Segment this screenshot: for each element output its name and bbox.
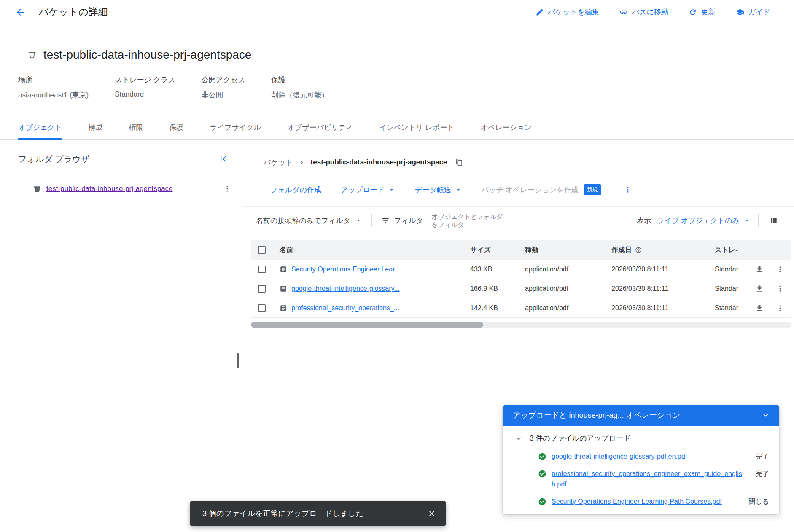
upload-button[interactable]: アップロード (341, 185, 396, 195)
caret-down-icon (355, 217, 362, 224)
horizontal-scrollbar[interactable] (251, 322, 791, 328)
refresh-icon (689, 8, 697, 16)
bucket-filled-icon (33, 185, 41, 193)
row-menu-button[interactable] (773, 262, 787, 277)
uploaded-file-link[interactable]: professional_security_operations_enginee… (552, 468, 744, 489)
new-badge: 新規 (584, 184, 601, 195)
create-folder-button[interactable]: フォルダの作成 (270, 185, 321, 195)
toast-close-button[interactable] (423, 505, 440, 522)
prefix-filter-dropdown[interactable]: 名前の接頭辞のみでフィルタ (256, 216, 362, 226)
check-circle-icon (538, 470, 546, 478)
tab-configuration[interactable]: 構成 (88, 117, 102, 140)
kebab-menu-icon (776, 304, 784, 312)
tree-item-bucket-root[interactable]: test-public-data-inhouse-prj-agentspace (0, 179, 243, 199)
upload-panel-title: アップロードと inhouse-prj-ag... オペレーション (513, 410, 680, 420)
filter-button[interactable]: フィルタ (381, 216, 423, 226)
toolbar-menu-button[interactable] (621, 183, 635, 197)
meta-value: Standard (115, 90, 175, 99)
copy-icon (455, 159, 463, 166)
upload-group-toggle[interactable]: 3 件のファイルのアップロード (503, 432, 779, 449)
display-mode-dropdown[interactable]: ライブ オブジェクトのみ (657, 216, 751, 226)
filter-label: フィルタ (394, 216, 423, 226)
select-all-checkbox[interactable] (258, 246, 266, 254)
header-size: サイズ (470, 246, 525, 255)
guide-button[interactable]: ガイド (736, 7, 770, 17)
refresh-button[interactable]: 更新 (689, 7, 716, 17)
page-title: バケットの詳細 (39, 5, 108, 19)
row-menu-button[interactable] (773, 282, 787, 296)
tab-operations[interactable]: オペレーション (481, 117, 532, 140)
close-file-button[interactable]: 閉じる (748, 496, 769, 507)
display-label: 表示 (637, 216, 651, 226)
collapse-upload-panel-button[interactable] (758, 408, 773, 423)
collapse-panel-button[interactable] (215, 151, 230, 167)
download-button[interactable] (752, 301, 767, 316)
upload-panel-header[interactable]: アップロードと inhouse-prj-ag... オペレーション (503, 405, 779, 426)
header-created-label: 作成日 (611, 246, 632, 255)
copy-name-button[interactable] (452, 156, 466, 169)
data-transfer-button[interactable]: データ転送 (415, 185, 462, 195)
uploaded-file-link[interactable]: google-threat-intelligence-glossary-pdf.… (552, 451, 744, 462)
bucket-header: test-public-data-inhouse-prj-agentspace … (0, 24, 794, 100)
refresh-label: 更新 (701, 7, 716, 17)
upload-file-row: Security Operations Engineer Learning Pa… (503, 494, 779, 511)
help-icon[interactable] (635, 247, 642, 253)
upload-status: 完了 (756, 451, 769, 462)
object-link[interactable]: Security Operations Engineer Lear... (291, 266, 400, 273)
caret-down-icon (743, 217, 751, 224)
breadcrumb: バケット test-public-data-inhouse-prj-agents… (243, 140, 794, 169)
edit-bucket-label: バケットを編集 (548, 7, 599, 17)
bucket-meta: 場所 asia-northeast1 (東京) ストレージ クラス Standa… (18, 75, 776, 100)
topbar-actions: バケットを編集 パスに移動 更新 ガイド (536, 7, 794, 17)
tab-inventory-reports[interactable]: インベントリ レポート (379, 117, 454, 140)
row-menu-button[interactable] (773, 301, 787, 315)
tab-objects[interactable]: オブジェクト (18, 117, 62, 140)
toast-message: 3 個のファイルを正常にアップロードしました (202, 508, 363, 519)
kebab-menu-icon (776, 285, 784, 293)
objects-table: 名前 サイズ 種類 作成日 ストレ- Security Operati (251, 240, 791, 318)
object-created: 2026/03/30 8:11:11 (611, 266, 715, 273)
row-checkbox[interactable] (258, 304, 266, 312)
meta-label: ストレージ クラス (115, 75, 175, 85)
filter-bar: 名前の接頭辞のみでフィルタ フィルタ オブジェクトとフォルダ をフィルタ 表示 … (243, 206, 794, 234)
meta-value: asia-northeast1 (東京) (18, 90, 89, 100)
tab-observability[interactable]: オブザーバビリティ (287, 117, 353, 140)
uploaded-file-link[interactable]: Security Operations Engineer Learning Pa… (552, 496, 737, 507)
panel-resize-handle[interactable] (237, 353, 239, 368)
edit-bucket-button[interactable]: バケットを編集 (536, 7, 599, 17)
object-name-cell: Security Operations Engineer Lear... (273, 266, 470, 273)
bucket-details-page: バケットの詳細 バケットを編集 パスに移動 更新 ガイド test-publ (0, 0, 794, 532)
create-batch-operation-button[interactable]: バッチ オペレーションを作成 (482, 185, 579, 195)
object-size: 166.9 KB (470, 285, 525, 293)
filter-icon (381, 216, 390, 225)
breadcrumb-current: test-public-data-inhouse-prj-agentspace (311, 158, 447, 167)
object-link[interactable]: google-threat-intelligence-glossary... (291, 285, 400, 293)
row-checkbox[interactable] (258, 285, 266, 293)
column-settings-button[interactable] (766, 213, 781, 228)
download-button[interactable] (752, 281, 767, 296)
tree-item-link[interactable]: test-public-data-inhouse-prj-agentspace (46, 185, 173, 193)
download-button[interactable] (752, 262, 767, 277)
breadcrumb-buckets-link[interactable]: バケット (264, 158, 293, 167)
tab-protection[interactable]: 保護 (169, 117, 183, 140)
tree-item-menu-button[interactable] (220, 182, 234, 196)
table-header-row: 名前 サイズ 種類 作成日 ストレ- (251, 240, 791, 260)
object-link[interactable]: professional_security_operations_... (291, 304, 399, 312)
scrollbar-thumb[interactable] (251, 322, 483, 328)
tab-lifecycle[interactable]: ライフサイクル (210, 117, 261, 140)
back-button[interactable] (12, 4, 29, 21)
bucket-name-row: test-public-data-inhouse-prj-agentspace (18, 48, 776, 62)
caret-down-icon (388, 186, 396, 193)
bucket-name: test-public-data-inhouse-prj-agentspace (43, 48, 251, 62)
row-checkbox-cell (251, 304, 273, 312)
chevron-down-icon (761, 411, 770, 420)
upload-file-row: professional_security_operations_enginee… (503, 466, 779, 494)
row-checkbox[interactable] (258, 266, 266, 273)
goto-path-button[interactable]: パスに移動 (619, 7, 668, 17)
tab-permissions[interactable]: 権限 (129, 117, 143, 140)
divider (371, 214, 372, 227)
document-icon (280, 304, 287, 312)
download-icon (755, 285, 764, 293)
meta-location: 場所 asia-northeast1 (東京) (18, 75, 89, 100)
toast-snackbar: 3 個のファイルを正常にアップロードしました (190, 501, 446, 526)
